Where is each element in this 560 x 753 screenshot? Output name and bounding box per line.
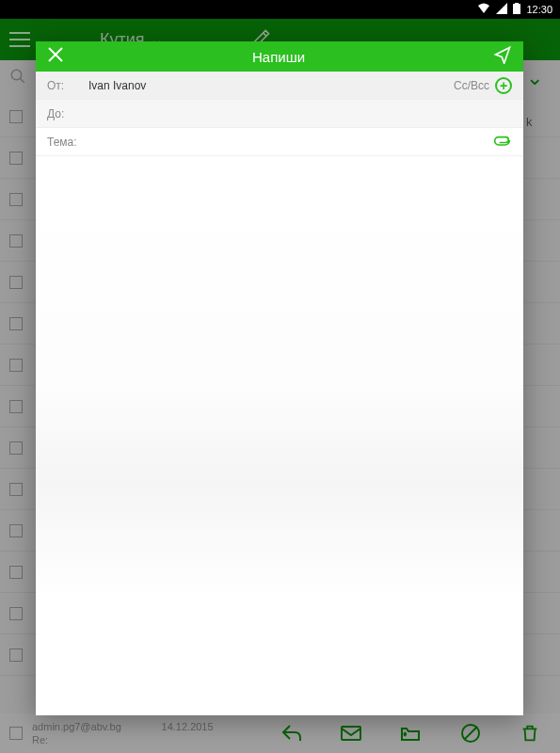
svg-rect-0: [513, 4, 520, 14]
signal-icon: [496, 3, 507, 16]
send-button[interactable]: [493, 45, 512, 68]
from-value: Ivan Ivanov: [88, 79, 146, 92]
ccbcc-toggle[interactable]: Cc/Bcc: [454, 79, 489, 92]
from-field[interactable]: От: Ivan Ivanov Cc/Bcc +: [36, 72, 523, 100]
compose-panel: Напиши От: Ivan Ivanov Cc/Bcc + До: Тема…: [36, 41, 523, 715]
subject-label: Тема:: [47, 136, 88, 149]
compose-title: Напиши: [64, 49, 493, 65]
status-time: 12:30: [526, 4, 552, 15]
compose-header: Напиши: [36, 41, 523, 72]
from-label: От:: [47, 79, 88, 92]
to-field[interactable]: До:: [36, 100, 523, 128]
status-icons: 12:30: [477, 3, 552, 16]
peek-text: k: [526, 62, 560, 129]
subject-field[interactable]: Тема:: [36, 128, 523, 156]
to-label: До:: [47, 107, 88, 120]
compose-body[interactable]: [36, 156, 523, 715]
android-status-bar: 12:30: [0, 0, 560, 19]
wifi-icon: [477, 3, 490, 16]
battery-icon: [513, 3, 520, 16]
svg-rect-1: [515, 3, 519, 5]
close-button[interactable]: [47, 46, 64, 68]
add-recipient-button[interactable]: +: [495, 77, 512, 94]
attach-icon[interactable]: [493, 133, 512, 151]
